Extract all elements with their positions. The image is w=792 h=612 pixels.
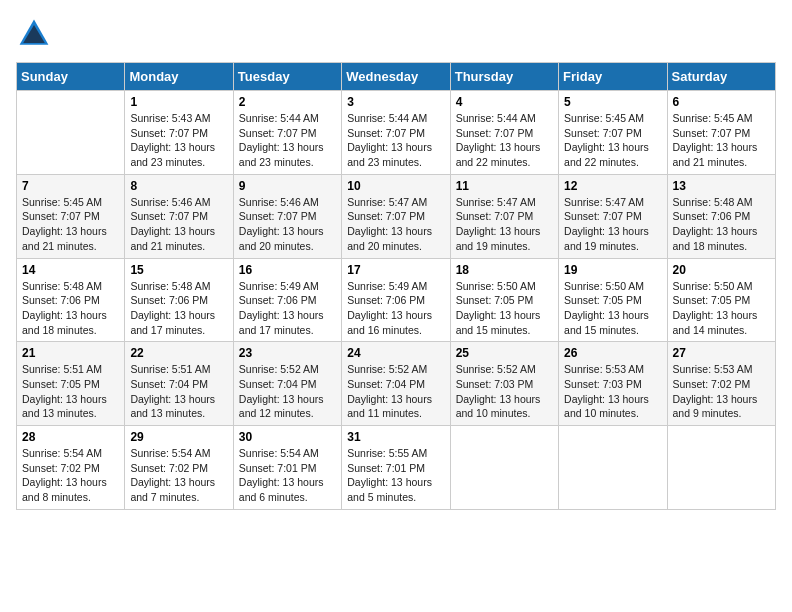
col-header-tuesday: Tuesday: [233, 63, 341, 91]
calendar-cell: 16Sunrise: 5:49 AMSunset: 7:06 PMDayligh…: [233, 258, 341, 342]
calendar-cell: [559, 426, 667, 510]
col-header-saturday: Saturday: [667, 63, 775, 91]
day-number: 2: [239, 95, 336, 109]
calendar-cell: 25Sunrise: 5:52 AMSunset: 7:03 PMDayligh…: [450, 342, 558, 426]
cell-info: Sunrise: 5:52 AMSunset: 7:04 PMDaylight:…: [239, 362, 336, 421]
col-header-friday: Friday: [559, 63, 667, 91]
calendar-cell: 2Sunrise: 5:44 AMSunset: 7:07 PMDaylight…: [233, 91, 341, 175]
day-number: 29: [130, 430, 227, 444]
calendar-cell: 22Sunrise: 5:51 AMSunset: 7:04 PMDayligh…: [125, 342, 233, 426]
cell-info: Sunrise: 5:46 AMSunset: 7:07 PMDaylight:…: [239, 195, 336, 254]
cell-info: Sunrise: 5:47 AMSunset: 7:07 PMDaylight:…: [456, 195, 553, 254]
cell-info: Sunrise: 5:49 AMSunset: 7:06 PMDaylight:…: [239, 279, 336, 338]
day-number: 16: [239, 263, 336, 277]
cell-info: Sunrise: 5:50 AMSunset: 7:05 PMDaylight:…: [673, 279, 770, 338]
calendar-cell: 9Sunrise: 5:46 AMSunset: 7:07 PMDaylight…: [233, 174, 341, 258]
week-row-3: 14Sunrise: 5:48 AMSunset: 7:06 PMDayligh…: [17, 258, 776, 342]
calendar-cell: 3Sunrise: 5:44 AMSunset: 7:07 PMDaylight…: [342, 91, 450, 175]
cell-info: Sunrise: 5:45 AMSunset: 7:07 PMDaylight:…: [673, 111, 770, 170]
day-number: 22: [130, 346, 227, 360]
week-row-4: 21Sunrise: 5:51 AMSunset: 7:05 PMDayligh…: [17, 342, 776, 426]
calendar-cell: 12Sunrise: 5:47 AMSunset: 7:07 PMDayligh…: [559, 174, 667, 258]
day-number: 10: [347, 179, 444, 193]
day-number: 6: [673, 95, 770, 109]
calendar-cell: [667, 426, 775, 510]
week-row-1: 1Sunrise: 5:43 AMSunset: 7:07 PMDaylight…: [17, 91, 776, 175]
day-number: 1: [130, 95, 227, 109]
calendar-cell: 1Sunrise: 5:43 AMSunset: 7:07 PMDaylight…: [125, 91, 233, 175]
day-number: 30: [239, 430, 336, 444]
day-number: 12: [564, 179, 661, 193]
calendar-cell: 24Sunrise: 5:52 AMSunset: 7:04 PMDayligh…: [342, 342, 450, 426]
cell-info: Sunrise: 5:48 AMSunset: 7:06 PMDaylight:…: [130, 279, 227, 338]
calendar-cell: 27Sunrise: 5:53 AMSunset: 7:02 PMDayligh…: [667, 342, 775, 426]
cell-info: Sunrise: 5:45 AMSunset: 7:07 PMDaylight:…: [564, 111, 661, 170]
day-number: 19: [564, 263, 661, 277]
day-number: 9: [239, 179, 336, 193]
logo-icon: [16, 16, 52, 52]
col-header-monday: Monday: [125, 63, 233, 91]
header-row: SundayMondayTuesdayWednesdayThursdayFrid…: [17, 63, 776, 91]
calendar-cell: 17Sunrise: 5:49 AMSunset: 7:06 PMDayligh…: [342, 258, 450, 342]
cell-info: Sunrise: 5:50 AMSunset: 7:05 PMDaylight:…: [456, 279, 553, 338]
calendar-cell: 13Sunrise: 5:48 AMSunset: 7:06 PMDayligh…: [667, 174, 775, 258]
day-number: 7: [22, 179, 119, 193]
day-number: 5: [564, 95, 661, 109]
cell-info: Sunrise: 5:49 AMSunset: 7:06 PMDaylight:…: [347, 279, 444, 338]
cell-info: Sunrise: 5:44 AMSunset: 7:07 PMDaylight:…: [347, 111, 444, 170]
page-header: [16, 16, 776, 52]
day-number: 14: [22, 263, 119, 277]
calendar-cell: [450, 426, 558, 510]
cell-info: Sunrise: 5:43 AMSunset: 7:07 PMDaylight:…: [130, 111, 227, 170]
calendar-cell: 31Sunrise: 5:55 AMSunset: 7:01 PMDayligh…: [342, 426, 450, 510]
cell-info: Sunrise: 5:47 AMSunset: 7:07 PMDaylight:…: [347, 195, 444, 254]
cell-info: Sunrise: 5:52 AMSunset: 7:04 PMDaylight:…: [347, 362, 444, 421]
day-number: 31: [347, 430, 444, 444]
col-header-sunday: Sunday: [17, 63, 125, 91]
day-number: 8: [130, 179, 227, 193]
cell-info: Sunrise: 5:51 AMSunset: 7:05 PMDaylight:…: [22, 362, 119, 421]
col-header-wednesday: Wednesday: [342, 63, 450, 91]
cell-info: Sunrise: 5:44 AMSunset: 7:07 PMDaylight:…: [456, 111, 553, 170]
cell-info: Sunrise: 5:48 AMSunset: 7:06 PMDaylight:…: [22, 279, 119, 338]
calendar-cell: 4Sunrise: 5:44 AMSunset: 7:07 PMDaylight…: [450, 91, 558, 175]
cell-info: Sunrise: 5:54 AMSunset: 7:01 PMDaylight:…: [239, 446, 336, 505]
day-number: 27: [673, 346, 770, 360]
calendar-cell: 29Sunrise: 5:54 AMSunset: 7:02 PMDayligh…: [125, 426, 233, 510]
day-number: 23: [239, 346, 336, 360]
cell-info: Sunrise: 5:45 AMSunset: 7:07 PMDaylight:…: [22, 195, 119, 254]
day-number: 15: [130, 263, 227, 277]
day-number: 18: [456, 263, 553, 277]
cell-info: Sunrise: 5:55 AMSunset: 7:01 PMDaylight:…: [347, 446, 444, 505]
calendar-cell: 15Sunrise: 5:48 AMSunset: 7:06 PMDayligh…: [125, 258, 233, 342]
cell-info: Sunrise: 5:53 AMSunset: 7:02 PMDaylight:…: [673, 362, 770, 421]
week-row-5: 28Sunrise: 5:54 AMSunset: 7:02 PMDayligh…: [17, 426, 776, 510]
calendar-cell: 6Sunrise: 5:45 AMSunset: 7:07 PMDaylight…: [667, 91, 775, 175]
calendar-cell: 28Sunrise: 5:54 AMSunset: 7:02 PMDayligh…: [17, 426, 125, 510]
day-number: 25: [456, 346, 553, 360]
day-number: 24: [347, 346, 444, 360]
calendar-cell: 8Sunrise: 5:46 AMSunset: 7:07 PMDaylight…: [125, 174, 233, 258]
calendar-cell: 30Sunrise: 5:54 AMSunset: 7:01 PMDayligh…: [233, 426, 341, 510]
day-number: 4: [456, 95, 553, 109]
calendar-cell: 20Sunrise: 5:50 AMSunset: 7:05 PMDayligh…: [667, 258, 775, 342]
calendar-cell: 26Sunrise: 5:53 AMSunset: 7:03 PMDayligh…: [559, 342, 667, 426]
cell-info: Sunrise: 5:50 AMSunset: 7:05 PMDaylight:…: [564, 279, 661, 338]
day-number: 17: [347, 263, 444, 277]
cell-info: Sunrise: 5:52 AMSunset: 7:03 PMDaylight:…: [456, 362, 553, 421]
col-header-thursday: Thursday: [450, 63, 558, 91]
cell-info: Sunrise: 5:48 AMSunset: 7:06 PMDaylight:…: [673, 195, 770, 254]
cell-info: Sunrise: 5:54 AMSunset: 7:02 PMDaylight:…: [22, 446, 119, 505]
day-number: 26: [564, 346, 661, 360]
cell-info: Sunrise: 5:51 AMSunset: 7:04 PMDaylight:…: [130, 362, 227, 421]
cell-info: Sunrise: 5:44 AMSunset: 7:07 PMDaylight:…: [239, 111, 336, 170]
calendar-cell: 21Sunrise: 5:51 AMSunset: 7:05 PMDayligh…: [17, 342, 125, 426]
cell-info: Sunrise: 5:53 AMSunset: 7:03 PMDaylight:…: [564, 362, 661, 421]
calendar-cell: 23Sunrise: 5:52 AMSunset: 7:04 PMDayligh…: [233, 342, 341, 426]
week-row-2: 7Sunrise: 5:45 AMSunset: 7:07 PMDaylight…: [17, 174, 776, 258]
calendar-cell: 18Sunrise: 5:50 AMSunset: 7:05 PMDayligh…: [450, 258, 558, 342]
calendar-cell: 10Sunrise: 5:47 AMSunset: 7:07 PMDayligh…: [342, 174, 450, 258]
day-number: 21: [22, 346, 119, 360]
day-number: 20: [673, 263, 770, 277]
day-number: 13: [673, 179, 770, 193]
